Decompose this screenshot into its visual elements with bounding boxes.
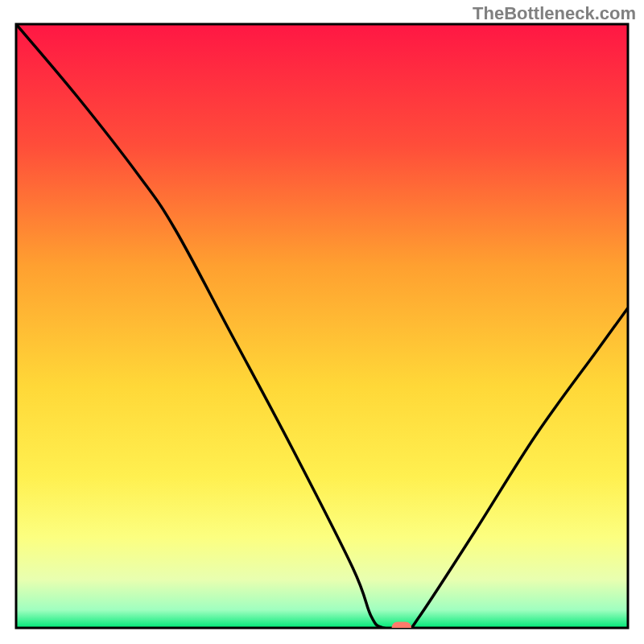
gradient-background — [16, 24, 628, 628]
watermark-text: TheBottleneck.com — [473, 3, 636, 24]
optimal-marker — [392, 622, 411, 634]
bottleneck-chart: TheBottleneck.com — [0, 0, 644, 644]
chart-svg — [0, 0, 644, 644]
